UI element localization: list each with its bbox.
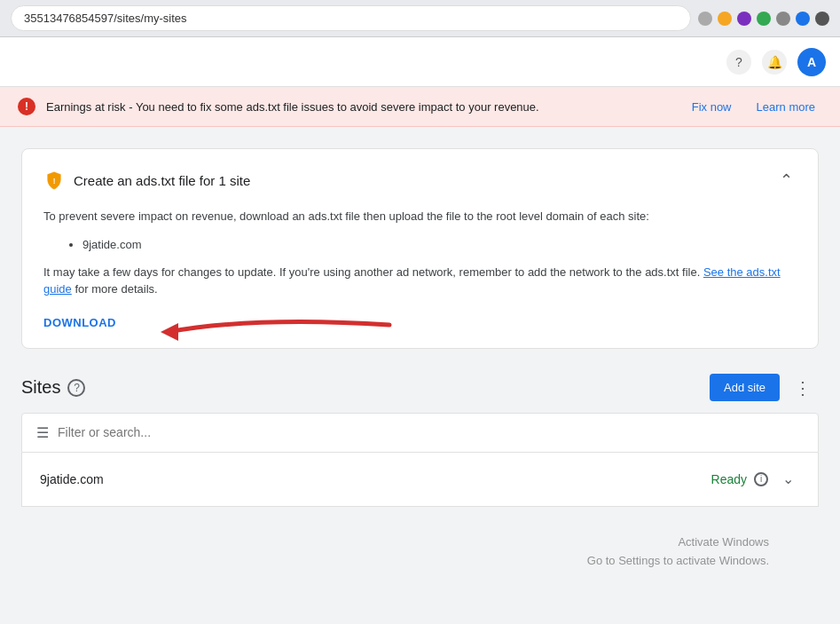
red-arrow-annotation — [97, 307, 398, 360]
help-button[interactable]: ? — [726, 50, 751, 75]
warning-banner: ! Earnings at risk - You need to fix som… — [0, 87, 840, 127]
sites-header: Sites ? Add site ⋮ — [21, 374, 819, 402]
fix-now-link[interactable]: Fix now — [685, 100, 739, 114]
sites-buttons: Add site ⋮ — [710, 374, 819, 402]
notifications-button[interactable]: 🔔 — [762, 50, 787, 75]
shield-icon: ! — [43, 170, 65, 191]
activate-windows-line1: Activate Windows — [678, 535, 769, 549]
warning-icon: ! — [18, 98, 35, 115]
site-name: 9jatide.com — [40, 472, 104, 486]
more-options-button[interactable]: ⋮ — [787, 374, 819, 402]
sites-title: Sites — [21, 377, 60, 398]
filter-icon: ☰ — [36, 424, 49, 441]
ads-txt-card: ! Create an ads.txt file for 1 site ⌃ To… — [21, 148, 819, 349]
card-description: To prevent severe impact on revenue, dow… — [43, 208, 797, 225]
browser-icon-4[interactable] — [757, 12, 771, 26]
user-avatar[interactable]: A — [797, 48, 826, 76]
address-input[interactable]: 35513476854597/sites/my-sites — [11, 5, 691, 31]
status-info-icon[interactable]: i — [754, 472, 768, 486]
expand-site-icon[interactable]: ⌄ — [775, 467, 800, 492]
browser-icon-5[interactable] — [776, 12, 790, 26]
main-content: ! Create an ads.txt file for 1 site ⌃ To… — [0, 127, 840, 528]
browser-icon-6[interactable] — [796, 12, 810, 26]
sites-help-icon[interactable]: ? — [67, 379, 85, 397]
site-domain-item: 9jatide.com — [82, 238, 797, 251]
note-text-2: for more details. — [75, 282, 157, 296]
learn-more-link[interactable]: Learn more — [750, 100, 822, 114]
browser-icons — [698, 12, 829, 26]
svg-text:!: ! — [53, 178, 56, 186]
svg-marker-1 — [161, 323, 178, 341]
warning-text: Earnings at risk - You need to fix some … — [46, 100, 674, 114]
card-note: It may take a few days for changes to up… — [43, 264, 797, 298]
table-row: 9jatide.com Ready i ⌄ — [21, 453, 819, 507]
filter-search-input[interactable] — [58, 425, 804, 439]
browser-address-bar: 35513476854597/sites/my-sites — [0, 0, 840, 37]
download-button[interactable]: DOWNLOAD — [43, 316, 116, 329]
filter-row: ☰ — [21, 413, 819, 453]
activate-windows-line2: Go to Settings to activate Windows. — [587, 554, 769, 567]
card-title: Create an ads.txt file for 1 site — [74, 173, 250, 188]
app-header: ? 🔔 A — [0, 37, 840, 87]
activate-windows-watermark: Activate Windows Go to Settings to activ… — [587, 533, 769, 571]
collapse-button[interactable]: ⌃ — [776, 167, 797, 194]
note-text-1: It may take a few days for changes to up… — [43, 265, 642, 279]
sites-title-row: Sites ? — [21, 377, 85, 398]
card-header: ! Create an ads.txt file for 1 site ⌃ — [43, 167, 797, 194]
card-title-row: ! Create an ads.txt file for 1 site — [43, 170, 250, 191]
download-area: DOWNLOAD — [43, 314, 116, 330]
browser-icon-3[interactable] — [737, 12, 751, 26]
add-site-button[interactable]: Add site — [710, 374, 780, 401]
browser-icon-1[interactable] — [698, 12, 712, 26]
browser-icon-2[interactable] — [718, 12, 732, 26]
sites-section: Sites ? Add site ⋮ ☰ 9jatide.com Ready i… — [21, 374, 819, 507]
browser-icon-7[interactable] — [815, 12, 829, 26]
address-text: 35513476854597/sites/my-sites — [24, 12, 187, 25]
site-status-row: Ready i ⌄ — [711, 467, 800, 492]
status-badge: Ready — [711, 472, 747, 486]
